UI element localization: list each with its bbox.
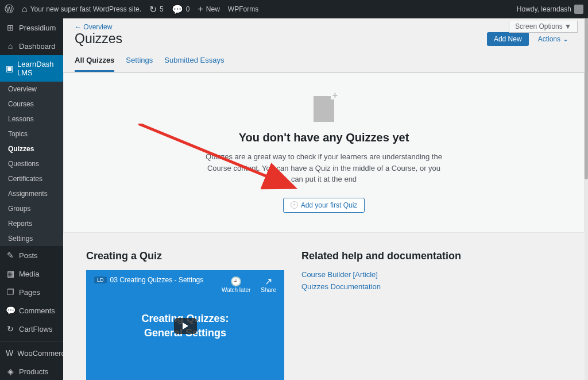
updates-link[interactable]: ↻5: [149, 4, 164, 15]
add-new-button[interactable]: Add New: [487, 32, 529, 46]
empty-state-panel: You don't have any Quizzes yet Quizzes a…: [63, 72, 585, 233]
menu-icon: ⌂: [6, 41, 15, 51]
submenu-item-lessons[interactable]: Lessons: [0, 112, 63, 126]
share-button[interactable]: ↗Share: [261, 276, 276, 293]
share-icon: ↗: [261, 276, 276, 287]
menu-icon: ⊞: [6, 23, 15, 32]
main-content: Screen Options ▼ ← Overview Quizzes Add …: [63, 18, 585, 380]
submenu-item-overview[interactable]: Overview: [0, 82, 63, 97]
menu-icon: ◈: [6, 367, 15, 376]
tab-settings[interactable]: Settings: [126, 51, 153, 72]
submenu-item-settings[interactable]: Settings: [0, 231, 63, 246]
chevron-down-icon: ⌄: [563, 35, 568, 43]
watch-later-button[interactable]: 🕘Watch later: [222, 276, 250, 293]
menu-item-products[interactable]: ◈Products: [0, 362, 63, 380]
menu-item-woocommerce[interactable]: WWooCommerce: [0, 344, 63, 362]
adminbar-left: Ⓦ ⌂Your new super fast WordPress site. ↻…: [5, 3, 258, 16]
play-button[interactable]: [174, 318, 197, 334]
menu-icon: ↻: [6, 324, 15, 333]
tab-submitted-essays[interactable]: Submitted Essays: [164, 51, 224, 72]
menu-item-media[interactable]: ▦Media: [0, 264, 63, 283]
menu-icon: W: [6, 348, 13, 358]
menu-icon: ▦: [6, 269, 15, 278]
scrollbar-thumb[interactable]: [585, 18, 588, 179]
comments-link[interactable]: 💬0: [172, 4, 190, 15]
submenu-item-courses[interactable]: Courses: [0, 97, 63, 112]
document-plus-icon: [314, 96, 334, 122]
empty-title: You don't have any Quizzes yet: [75, 131, 572, 144]
menu-item-dashboard[interactable]: ⌂Dashboard: [0, 37, 63, 55]
screen-options-tab[interactable]: Screen Options ▼: [509, 21, 578, 33]
video-header-1: 03 Creating Quizzes - Settings: [110, 276, 204, 284]
tab-all-quizzes[interactable]: All Quizzes: [75, 51, 114, 72]
creating-quiz-heading: Creating a Quiz: [86, 250, 284, 262]
menu-item-pages[interactable]: ❐Pages: [0, 283, 63, 301]
actions-dropdown[interactable]: Actions⌄: [533, 32, 573, 46]
page-title: Quizzes: [75, 31, 122, 47]
submenu-item-certificates[interactable]: Certificates: [0, 171, 63, 186]
new-content-link[interactable]: +New: [198, 4, 219, 14]
admin-bar: Ⓦ ⌂Your new super fast WordPress site. ↻…: [0, 0, 588, 18]
help-link-quizzes-doc[interactable]: Quizzes Documentation: [301, 282, 562, 291]
wp-logo[interactable]: Ⓦ: [5, 3, 14, 16]
add-first-quiz-button[interactable]: +Add your first Quiz: [283, 198, 365, 213]
back-overview-link[interactable]: ← Overview: [75, 23, 112, 31]
menu-item-posts[interactable]: ✎Posts: [0, 246, 63, 264]
menu-item-comments[interactable]: 💬Comments: [0, 301, 63, 320]
submenu-item-questions[interactable]: Questions: [0, 156, 63, 171]
video-card-1[interactable]: LD03 Creating Quizzes - Settings 🕘Watch …: [86, 270, 284, 381]
clock-icon: 🕘: [222, 276, 250, 287]
empty-description: Quizzes are a great way to check if your…: [203, 151, 444, 185]
learndash-logo-icon: LD: [94, 277, 107, 283]
submenu-item-topics[interactable]: Topics: [0, 126, 63, 141]
menu-icon: ✎: [6, 251, 15, 260]
wpforms-link[interactable]: WPForms: [228, 5, 258, 13]
menu-item-pressidium[interactable]: ⊞Pressidium: [0, 18, 63, 37]
menu-icon: ▣: [6, 64, 13, 73]
tabs: All QuizzesSettingsSubmitted Essays: [63, 51, 585, 72]
play-icon: [183, 323, 188, 329]
submenu-item-reports[interactable]: Reports: [0, 216, 63, 231]
menu-icon: 💬: [6, 306, 15, 315]
help-link-course-builder[interactable]: Course Builder [Article]: [301, 270, 562, 279]
howdy-link[interactable]: Howdy, learndash: [517, 5, 583, 14]
help-heading: Related help and documentation: [301, 250, 562, 262]
avatar: [574, 5, 583, 14]
adminbar-right: Howdy, learndash: [517, 5, 583, 14]
menu-item-cartflows[interactable]: ↻CartFlows: [0, 320, 63, 338]
submenu-item-groups[interactable]: Groups: [0, 201, 63, 216]
site-home-link[interactable]: ⌂Your new super fast WordPress site.: [22, 4, 141, 14]
menu-item-learndash-lms[interactable]: ▣LearnDash LMS: [0, 55, 63, 82]
submenu-item-quizzes[interactable]: Quizzes: [0, 141, 63, 156]
admin-sidebar: ⊞Pressidium⌂Dashboard▣LearnDash LMS Over…: [0, 18, 63, 380]
scrollbar[interactable]: [585, 18, 588, 380]
submenu-item-assignments[interactable]: Assignments: [0, 186, 63, 201]
menu-icon: ❐: [6, 287, 15, 297]
plus-circle-icon: +: [291, 201, 298, 209]
